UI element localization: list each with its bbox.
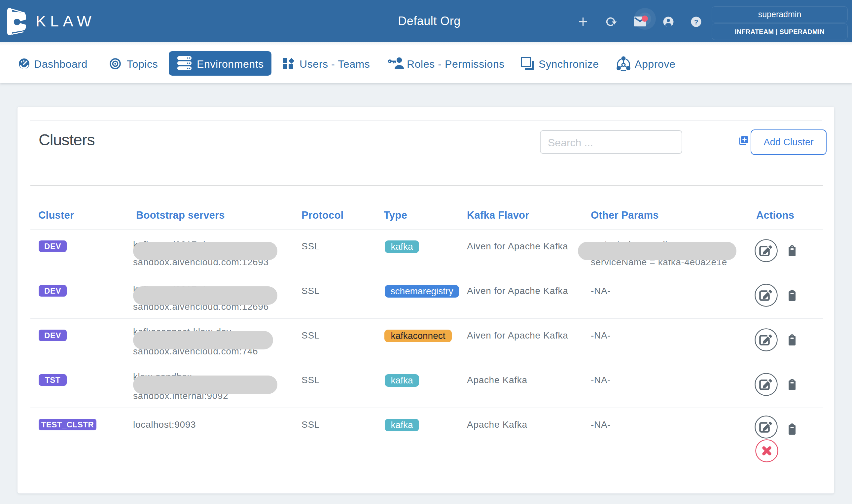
svg-text:?: ? [694,18,699,26]
